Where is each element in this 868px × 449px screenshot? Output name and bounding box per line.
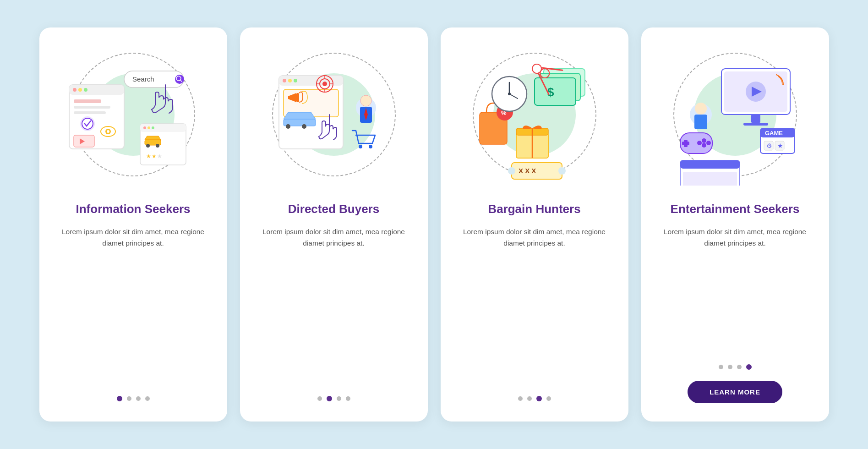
card-directed-buyers: Directed Buyers Lorem ipsum dolor sit di… [240,27,428,422]
dot-1-3[interactable] [136,396,141,401]
entertainment-seekers-svg: GAME ⚙ ★ [666,44,804,186]
dot-4-1[interactable] [719,365,723,369]
svg-text:⚙: ⚙ [766,142,772,149]
svg-rect-58 [535,78,576,105]
svg-point-75 [508,167,515,175]
svg-point-23 [147,126,150,129]
dot-3-2[interactable] [527,396,532,401]
illustration-directed-buyers [240,27,428,202]
svg-point-4 [84,88,87,92]
dot-3-1[interactable] [518,396,523,401]
svg-point-2 [73,88,76,92]
card-bargain-hunters: $ % [441,27,628,422]
svg-rect-103 [683,172,737,186]
card-3-desc: Lorem ipsum dolor sit dim amet, mea regi… [457,226,612,249]
svg-rect-21 [140,124,186,132]
illustration-entertainment-seekers: GAME ⚙ ★ [641,27,829,202]
svg-point-3 [78,88,82,92]
dot-2-3[interactable] [337,396,341,401]
svg-point-34 [288,79,292,82]
card-1-title: Information Seekers [76,202,191,217]
svg-text:★: ★ [157,153,162,159]
svg-rect-38 [296,93,299,102]
svg-point-55 [369,145,372,148]
card-4-dots [719,364,752,370]
card-4-desc: Lorem ipsum dolor sit dim amet, mea regi… [658,226,813,249]
dot-3-4[interactable] [546,396,551,401]
card-entertainment-seekers: GAME ⚙ ★ Entertainment Seekers Lorem ips… [641,27,829,422]
dot-4-3[interactable] [737,365,742,369]
card-2-desc: Lorem ipsum dolor sit dim amet, mea regi… [257,226,411,249]
card-1-dots [117,396,150,401]
learn-more-button[interactable]: LEARN MORE [688,381,782,403]
directed-buyers-svg [265,44,403,186]
dot-2-4[interactable] [346,396,350,401]
card-1-desc: Lorem ipsum dolor sit dim amet, mea regi… [56,226,211,249]
card-2-content: Directed Buyers Lorem ipsum dolor sit di… [240,202,428,403]
card-2-dots [317,396,350,401]
svg-point-35 [294,79,297,82]
dot-1-4[interactable] [145,396,150,401]
dot-4-2[interactable] [728,365,732,369]
card-2-title: Directed Buyers [288,202,379,217]
card-3-title: Bargain Hunters [488,202,580,217]
svg-point-9 [82,118,93,129]
dot-2-1[interactable] [317,396,322,401]
svg-point-22 [143,126,146,129]
dot-4-4[interactable] [746,364,752,370]
svg-point-76 [558,167,566,175]
svg-point-91 [706,141,711,145]
card-3-content: Bargain Hunters Lorem ipsum dolor sit di… [441,202,628,403]
svg-point-27 [156,144,159,148]
svg-rect-5 [74,99,101,103]
dot-1-1[interactable] [117,396,122,401]
info-seekers-svg: Search [65,44,202,186]
cards-container: Search [21,9,847,440]
bargain-hunters-svg: $ % [466,44,603,186]
svg-rect-89 [682,142,689,145]
svg-point-14 [107,130,109,133]
card-4-title: Entertainment Seekers [671,202,800,217]
svg-point-47 [286,124,290,129]
svg-point-85 [695,103,707,115]
dot-2-2[interactable] [327,396,332,401]
svg-rect-6 [74,106,110,109]
illustration-information-seekers: Search [39,27,227,202]
dot-3-3[interactable] [536,396,542,401]
svg-text:★: ★ [777,142,783,149]
card-information-seekers: Search [39,27,227,422]
svg-point-54 [359,145,362,148]
svg-rect-102 [680,160,740,169]
svg-point-26 [146,144,150,148]
illustration-bargain-hunters: $ % [441,27,628,202]
svg-rect-7 [74,111,106,114]
svg-text:X X X: X X X [519,167,536,175]
svg-point-90 [702,138,706,143]
svg-text:Search: Search [132,75,154,83]
svg-rect-1 [69,85,124,95]
svg-rect-86 [694,115,707,129]
svg-text:GAME: GAME [765,130,783,137]
svg-text:★: ★ [152,153,157,159]
dot-1-2[interactable] [127,396,131,401]
svg-point-93 [697,141,702,145]
svg-point-24 [152,126,154,129]
svg-text:★: ★ [146,153,151,159]
svg-rect-83 [743,123,768,126]
card-4-content: Entertainment Seekers Lorem ipsum dolor … [641,202,829,403]
card-1-content: Information Seekers Lorem ipsum dolor si… [39,202,227,403]
svg-point-41 [322,82,327,86]
card-3-dots [518,396,551,401]
svg-point-48 [302,124,306,129]
svg-rect-82 [751,115,760,123]
svg-point-92 [702,143,706,148]
svg-point-33 [283,79,286,82]
